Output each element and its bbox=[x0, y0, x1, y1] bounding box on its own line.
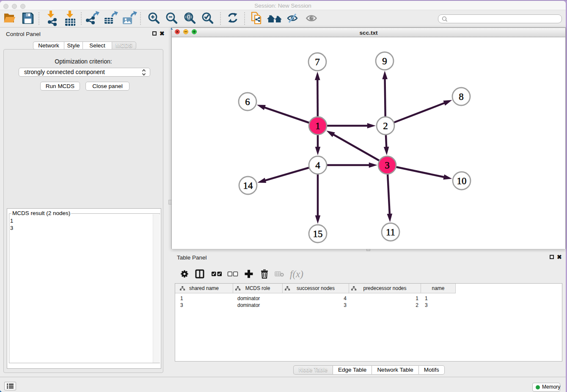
svg-text:1: 1 bbox=[315, 121, 320, 131]
svg-text:6: 6 bbox=[245, 97, 250, 107]
svg-text:15: 15 bbox=[313, 229, 323, 239]
svg-text:14: 14 bbox=[243, 180, 253, 191]
svg-text:10: 10 bbox=[457, 176, 467, 186]
svg-text:2: 2 bbox=[383, 121, 388, 131]
svg-text:8: 8 bbox=[459, 91, 464, 102]
svg-text:3: 3 bbox=[385, 160, 390, 171]
svg-text:11: 11 bbox=[386, 227, 395, 237]
svg-text:4: 4 bbox=[315, 160, 320, 171]
svg-text:f(x): f(x) bbox=[290, 269, 303, 279]
svg-text:9: 9 bbox=[382, 56, 387, 66]
svg-text:7: 7 bbox=[315, 57, 320, 67]
